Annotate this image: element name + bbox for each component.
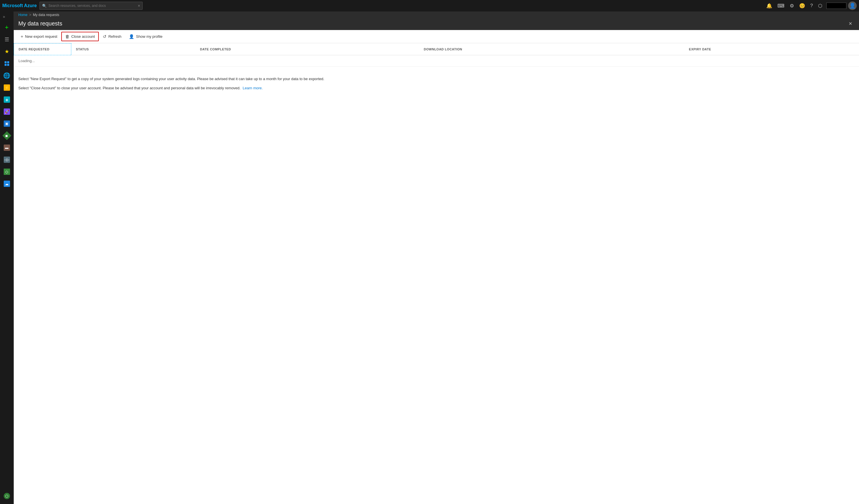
sidebar-item-list[interactable]: ☰: [1, 34, 13, 45]
loading-row: Loading...: [14, 55, 430, 67]
table-header-row: DATE REQUESTED STATUS DATE COMPLETED DOW…: [14, 44, 430, 55]
info-section: Select "New Export Request" to get a cop…: [14, 70, 430, 97]
show-profile-button[interactable]: 👤 Show my profile: [125, 32, 166, 41]
sidebar-item-cloud[interactable]: ☁: [1, 178, 13, 189]
breadcrumb-home[interactable]: Home: [18, 13, 28, 17]
search-icon: 🔍: [42, 4, 47, 8]
breadcrumb-separator: >: [29, 13, 31, 17]
new-export-label: New export request: [25, 34, 57, 39]
sidebar-item-monitor[interactable]: ▣: [1, 118, 13, 129]
data-table: DATE REQUESTED STATUS DATE COMPLETED DOW…: [14, 43, 430, 67]
sidebar-item-cube[interactable]: ◈: [1, 94, 13, 105]
close-account-info-text: Select "Close Account" to close your use…: [18, 85, 430, 91]
close-account-button[interactable]: 🗑 Close account: [61, 32, 99, 41]
sidebar-item-code[interactable]: ◁▷: [1, 154, 13, 165]
plus-icon: +: [20, 34, 23, 39]
sidebar-item-bolt[interactable]: ⚡: [1, 82, 13, 93]
col-date-completed[interactable]: DATE COMPLETED: [195, 44, 419, 55]
toolbar: + New export request 🗑 Close account ↺ R…: [14, 30, 430, 43]
learn-more-link[interactable]: Learn more.: [243, 86, 263, 90]
refresh-label: Refresh: [108, 34, 121, 39]
trash-icon: 🗑: [65, 34, 70, 39]
col-download-location[interactable]: DOWNLOAD LOCATION: [419, 44, 430, 55]
search-bar: 🔍 ×: [40, 2, 142, 10]
profile-icon: 👤: [129, 34, 134, 39]
azure-logo: Microsoft Azure: [2, 3, 37, 8]
sidebar: » + ☰ ★ 🌐 ⚡ ◈ 🚀 ▣ ◆ ▬ ◁▷ ◇ ☁ ⬡: [0, 12, 14, 252]
export-info-text: Select "New Export Request" to get a cop…: [18, 76, 430, 82]
page-header: My data requests ×: [14, 18, 430, 30]
col-date-requested[interactable]: DATE REQUESTED: [14, 44, 71, 55]
sidebar-item-rocket[interactable]: 🚀: [1, 106, 13, 117]
main-content: Home > My data requests My data requests…: [14, 12, 430, 252]
new-export-button[interactable]: + New export request: [17, 32, 61, 41]
close-account-label: Close account: [71, 34, 95, 39]
clear-search-icon[interactable]: ×: [138, 3, 140, 8]
refresh-icon: ↺: [103, 34, 106, 39]
sidebar-item-globe[interactable]: 🌐: [1, 70, 13, 81]
breadcrumb-bar: Home > My data requests: [14, 12, 430, 18]
content-area: DATE REQUESTED STATUS DATE COMPLETED DOW…: [14, 43, 430, 252]
search-input[interactable]: [48, 4, 136, 8]
page-title: My data requests: [18, 20, 62, 27]
sidebar-expand-btn[interactable]: »: [0, 13, 6, 20]
sidebar-item-favorites[interactable]: ★: [1, 46, 13, 57]
breadcrumb-current: My data requests: [33, 13, 59, 17]
sidebar-item-dashboard[interactable]: [1, 58, 13, 69]
sidebar-item-diamond[interactable]: ◆: [1, 130, 13, 141]
refresh-button[interactable]: ↺ Refresh: [99, 32, 125, 41]
sidebar-item-integration[interactable]: ◇: [1, 166, 13, 178]
sidebar-item-new[interactable]: +: [1, 22, 13, 33]
show-profile-label: Show my profile: [136, 34, 162, 39]
col-status[interactable]: STATUS: [71, 44, 196, 55]
sidebar-item-store[interactable]: ▬: [1, 142, 13, 153]
